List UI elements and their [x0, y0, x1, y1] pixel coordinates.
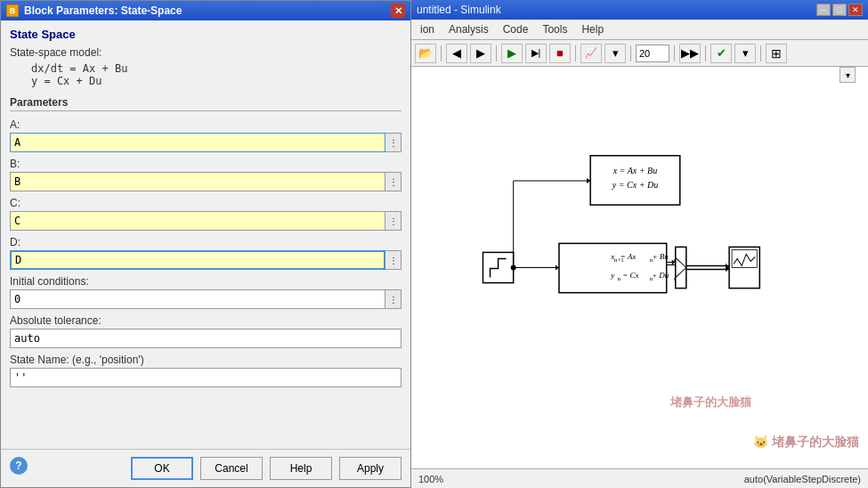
svg-text:+ Du: + Du [652, 271, 669, 280]
simulink-title: untitled - Simulink [417, 4, 501, 16]
equations: dx/dt = Ax + Bu y = Cx + Du [10, 62, 402, 87]
simulink-toolbar: 📂 ◀ ▶ ▶ ▶| ■ 📈 ▾ ▶▶ ✔ ▾ ⊞ [411, 40, 868, 67]
apply-button[interactable]: Apply [339, 457, 402, 480]
dialog-icon: B [6, 4, 19, 17]
field-d-row: ⋮ [10, 250, 402, 270]
tb-sep-5 [674, 45, 675, 61]
tb-arrow-2-btn[interactable]: ▾ [734, 44, 756, 63]
equation-2: y = Cx + Du [13, 75, 402, 87]
svg-text:= Cx: = Cx [622, 271, 638, 280]
field-tol-label: Absolute tolerance: [10, 314, 402, 327]
svg-text:x = Ax + Bu: x = Ax + Bu [612, 166, 658, 175]
tb-sep-1 [441, 45, 442, 61]
field-state-input[interactable] [10, 368, 402, 387]
tb-sep-7 [760, 45, 761, 61]
block-type-label: State Space [10, 28, 402, 41]
field-group-b: B: ⋮ [10, 158, 402, 191]
tb-scope-btn[interactable]: 📈 [580, 44, 602, 63]
dialog-footer: ? OK Cancel Help Apply [1, 449, 410, 487]
svg-text:+ Bu: + Bu [652, 252, 669, 261]
simulink-canvas[interactable]: ▾ x = Ax + Bu y = Cx + Du x n+1 = Ax n +… [411, 67, 868, 468]
simulink-statusbar: 100% auto(VariableStepDiscrete) [411, 468, 868, 488]
field-group-a: A: ⋮ [10, 118, 402, 152]
sim-time-input[interactable] [636, 45, 669, 62]
simulink-menubar: ion Analysis Code Tools Help [411, 20, 868, 40]
window-controls: ─ □ ✕ [816, 4, 863, 16]
tb-run-btn[interactable]: ▶▶ [679, 44, 701, 63]
dialog-body: State Space State-space model: dx/dt = A… [1, 20, 410, 449]
tb-step-btn[interactable]: ▶| [525, 44, 547, 63]
field-group-state: State Name: (e.g., 'position') [10, 354, 402, 387]
menu-analysis[interactable]: Analysis [443, 21, 494, 37]
field-group-d: D: ⋮ [10, 236, 402, 270]
parameters-section-label: Parameters [10, 96, 402, 111]
field-state-label: State Name: (e.g., 'position') [10, 354, 402, 366]
tb-forward-btn[interactable]: ▶ [470, 44, 491, 63]
field-ic-menu-btn[interactable]: ⋮ [385, 289, 402, 309]
tb-sep-6 [705, 45, 706, 61]
menu-ion[interactable]: ion [415, 21, 440, 37]
dialog-titlebar: B Block Parameters: State-Space ✕ [1, 1, 410, 20]
tb-open-btn[interactable]: 📂 [415, 44, 436, 63]
simulink-titlebar: untitled - Simulink ─ □ ✕ [411, 0, 868, 20]
field-a-row: ⋮ [10, 133, 402, 152]
field-d-menu-btn[interactable]: ⋮ [385, 250, 402, 270]
tb-grid-btn[interactable]: ⊞ [766, 44, 787, 63]
field-a-label: A: [10, 118, 402, 131]
block-parameters-dialog: B Block Parameters: State-Space ✕ State … [0, 0, 411, 488]
menu-help[interactable]: Help [576, 21, 609, 37]
field-tol-input[interactable] [10, 329, 402, 348]
field-group-c: C: ⋮ [10, 197, 402, 231]
status-zoom: 100% [418, 474, 443, 484]
svg-rect-17 [676, 247, 686, 288]
field-group-ic: Initial conditions: ⋮ [10, 275, 402, 309]
tb-back-btn[interactable]: ◀ [446, 44, 467, 63]
watermark: 🐱 堵鼻子的大脸猫 [753, 435, 859, 451]
equation-1: dx/dt = Ax + Bu [13, 62, 402, 75]
field-b-input[interactable] [10, 172, 385, 191]
tb-check-btn[interactable]: ✔ [710, 44, 732, 63]
field-c-row: ⋮ [10, 211, 402, 231]
close-button[interactable]: ✕ [391, 4, 405, 18]
field-c-label: C: [10, 197, 402, 209]
close-window-button[interactable]: ✕ [848, 4, 863, 16]
tb-sep-3 [575, 45, 576, 61]
svg-text:堵鼻子的大脸猫: 堵鼻子的大脸猫 [669, 395, 752, 409]
field-group-tol: Absolute tolerance: [10, 314, 402, 348]
field-d-label: D: [10, 236, 402, 248]
status-mode: auto(VariableStepDiscrete) [744, 474, 861, 484]
titlebar-left: B Block Parameters: State-Space [6, 4, 182, 17]
svg-text:= Ax: = Ax [621, 252, 637, 261]
svg-text:n: n [618, 275, 621, 282]
help-button[interactable]: Help [270, 457, 332, 480]
tb-sep-2 [496, 45, 497, 61]
svg-text:y = Cx + Du: y = Cx + Du [612, 180, 659, 190]
field-c-input[interactable] [10, 211, 385, 231]
field-ic-input[interactable] [10, 289, 385, 309]
dialog-title: Block Parameters: State-Space [24, 4, 182, 17]
simulink-window: untitled - Simulink ─ □ ✕ ion Analysis C… [411, 0, 868, 488]
field-c-menu-btn[interactable]: ⋮ [385, 211, 402, 231]
tb-arrow-btn[interactable]: ▾ [604, 44, 626, 63]
model-section-label: State-space model: [10, 46, 402, 59]
field-b-row: ⋮ [10, 172, 402, 191]
field-b-menu-btn[interactable]: ⋮ [385, 172, 402, 191]
field-ic-label: Initial conditions: [10, 275, 402, 288]
maximize-button[interactable]: □ [832, 4, 847, 16]
field-ic-row: ⋮ [10, 289, 402, 309]
minimize-button[interactable]: ─ [816, 4, 831, 16]
cancel-button[interactable]: Cancel [200, 457, 263, 480]
tb-play-btn[interactable]: ▶ [501, 44, 523, 63]
field-b-label: B: [10, 158, 402, 170]
field-a-menu-btn[interactable]: ⋮ [385, 133, 402, 152]
tb-stop-btn[interactable]: ■ [549, 44, 571, 63]
menu-tools[interactable]: Tools [537, 21, 572, 37]
field-a-input[interactable] [10, 133, 385, 152]
help-icon[interactable]: ? [10, 457, 28, 475]
svg-rect-4 [559, 243, 667, 292]
field-d-input[interactable] [10, 250, 385, 270]
ok-button[interactable]: OK [131, 457, 193, 480]
field-tol-row [10, 329, 402, 348]
menu-code[interactable]: Code [498, 21, 534, 37]
field-state-row [10, 368, 402, 387]
